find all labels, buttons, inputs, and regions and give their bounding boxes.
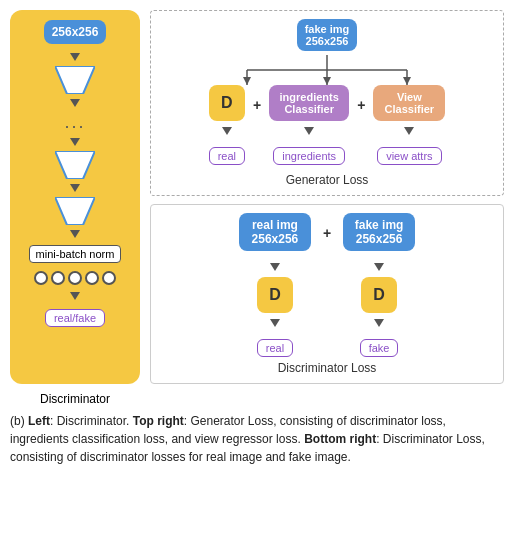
ing-arrow — [304, 127, 314, 135]
gen-fake-img-size: 256x256 — [306, 35, 349, 47]
real-label-gen: real — [209, 147, 245, 165]
d-arrow — [222, 127, 232, 135]
dot-3 — [68, 271, 82, 285]
d-box-gen: D — [209, 85, 245, 121]
view-label: ViewClassifier — [385, 91, 435, 115]
dot-2 — [51, 271, 65, 285]
discriminator-panel-label: Discriminator — [10, 392, 140, 406]
dot-4 — [85, 271, 99, 285]
fake-disc-label: fake — [360, 339, 399, 357]
funnel-2 — [55, 151, 95, 179]
disc-plus: + — [323, 213, 331, 241]
svg-marker-8 — [243, 77, 251, 85]
gen-fake-img-label: fake img — [305, 23, 350, 35]
arrow-3 — [70, 138, 80, 146]
discriminator-loss-title: Discriminator Loss — [159, 361, 495, 375]
plus-2: + — [357, 85, 365, 113]
real-img-label: real img — [252, 218, 298, 232]
ingredients-branch: ingredientsClassifier ingredients — [269, 85, 349, 165]
ingredients-label: ingredientsClassifier — [280, 91, 339, 115]
dot-1 — [34, 271, 48, 285]
generator-loss-title: Generator Loss — [286, 173, 369, 187]
view-branch: ViewClassifier view attrs — [373, 85, 445, 165]
discriminator-panel: 256x256 ... mini-batch norm — [10, 10, 140, 384]
funnel-3 — [55, 197, 95, 225]
arrow-1 — [70, 53, 80, 61]
plus-1: + — [253, 85, 261, 113]
view-attrs-label: view attrs — [377, 147, 441, 165]
d-box-fake: D — [361, 277, 397, 313]
gen-branches: D real + ingredientsClassifier ingredien… — [209, 85, 446, 165]
disc-loss-row: real img 256x256 D real + fake img 256x2… — [159, 213, 495, 357]
caption: (b) Left: Discriminator. Top right: Gene… — [10, 412, 504, 466]
discriminator-branch: D real — [209, 85, 245, 165]
svg-marker-9 — [323, 77, 331, 85]
fake-img-size-disc: 256x256 — [356, 232, 403, 246]
fake-img-label-disc: fake img — [355, 218, 404, 232]
dots-row — [34, 271, 116, 285]
arrow-4 — [70, 184, 80, 192]
generator-section: fake img 256x256 — [150, 10, 504, 196]
caption-left-label: Left — [28, 414, 50, 428]
svg-marker-0 — [55, 66, 95, 94]
funnel-1 — [55, 66, 95, 94]
svg-marker-1 — [55, 151, 95, 179]
fake-img-box-disc: fake img 256x256 — [343, 213, 415, 251]
real-arrow-1 — [270, 263, 280, 271]
caption-part-b: (b) — [10, 414, 25, 428]
view-classifier-box: ViewClassifier — [373, 85, 445, 121]
svg-marker-10 — [403, 77, 411, 85]
dot-5 — [102, 271, 116, 285]
ellipsis: ... — [64, 112, 85, 133]
real-arrow-2 — [270, 319, 280, 327]
d-box-real: D — [257, 277, 293, 313]
ingredients-classifier-box: ingredientsClassifier — [269, 85, 349, 121]
fake-arrow-1 — [374, 263, 384, 271]
discriminator-loss-section: real img 256x256 D real + fake img 256x2… — [150, 204, 504, 384]
right-panel: fake img 256x256 — [150, 10, 504, 384]
svg-marker-2 — [55, 197, 95, 225]
arrow-5 — [70, 230, 80, 238]
gen-fake-img-box: fake img 256x256 — [297, 19, 358, 51]
tree-connector-svg — [217, 55, 437, 85]
fake-img-branch: fake img 256x256 D fake — [343, 213, 415, 357]
arrow-6 — [70, 292, 80, 300]
ingredients-out-label: ingredients — [273, 147, 345, 165]
arrow-2 — [70, 99, 80, 107]
caption-bottom-right-label: Bottom right — [304, 432, 376, 446]
batch-norm-box: mini-batch norm — [29, 245, 122, 263]
output-label: real/fake — [45, 309, 105, 327]
input-size-box: 256x256 — [44, 20, 107, 44]
view-arrow — [404, 127, 414, 135]
real-disc-label: real — [257, 339, 293, 357]
fake-arrow-2 — [374, 319, 384, 327]
real-img-size: 256x256 — [252, 232, 299, 246]
real-img-box: real img 256x256 — [239, 213, 311, 251]
real-img-branch: real img 256x256 D real — [239, 213, 311, 357]
caption-left-text: : Discriminator. — [50, 414, 129, 428]
caption-top-right-label: Top right — [133, 414, 184, 428]
